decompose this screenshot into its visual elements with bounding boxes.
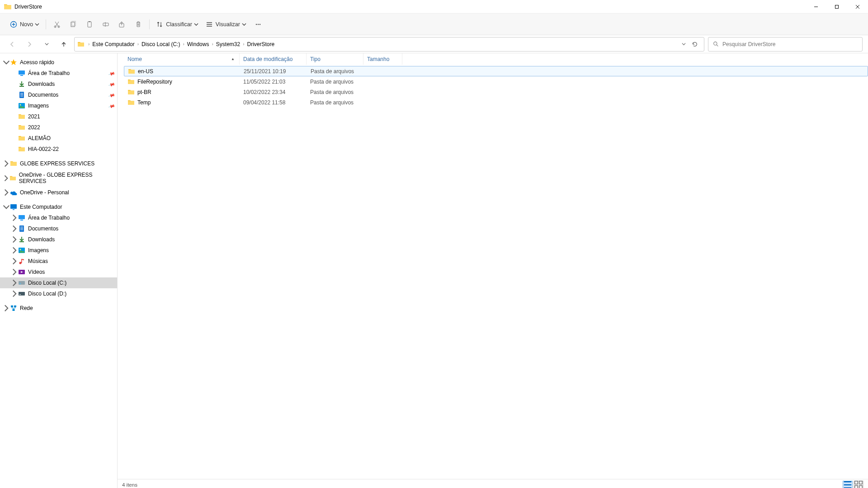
column-name[interactable]: Nome▲ bbox=[124, 53, 240, 65]
svg-rect-35 bbox=[859, 481, 863, 484]
sidebar-item[interactable]: Documentos📌 bbox=[0, 89, 117, 100]
maximize-button[interactable] bbox=[826, 0, 847, 14]
breadcrumb[interactable]: Este Computador bbox=[91, 41, 135, 47]
sidebar-label: Downloads bbox=[28, 236, 55, 243]
sidebar-item[interactable]: Downloads📌 bbox=[0, 79, 117, 89]
doc-icon bbox=[18, 225, 25, 232]
delete-button[interactable] bbox=[130, 17, 146, 32]
sort-label: Classificar bbox=[166, 21, 192, 28]
refresh-button[interactable] bbox=[689, 38, 701, 51]
music-icon bbox=[18, 258, 25, 265]
sidebar-item[interactable]: 2022 bbox=[0, 122, 117, 133]
sidebar-label: 2021 bbox=[28, 113, 40, 120]
sidebar-label: Disco Local (C:) bbox=[28, 280, 66, 286]
table-row[interactable]: FileRepository11/05/2022 21:03Pasta de a… bbox=[124, 76, 868, 87]
folder-icon bbox=[77, 41, 85, 48]
sidebar-item-onedrive-globe[interactable]: OneDrive - GLOBE EXPRESS SERVICES bbox=[0, 173, 117, 183]
table-row[interactable]: pt-BR10/02/2022 23:34Pasta de arquivos bbox=[124, 87, 868, 97]
sidebar-label: Músicas bbox=[28, 258, 48, 264]
sidebar-item[interactable]: 2021 bbox=[0, 111, 117, 122]
recent-locations-button[interactable] bbox=[40, 38, 53, 51]
sidebar-item[interactable]: Imagens bbox=[0, 245, 117, 256]
sidebar-item-onedrive-personal[interactable]: OneDrive - Personal bbox=[0, 187, 117, 198]
copy-button[interactable] bbox=[65, 17, 81, 32]
paste-button[interactable] bbox=[81, 17, 98, 32]
sidebar-item[interactable]: Downloads bbox=[0, 234, 117, 245]
chevron-down-icon[interactable] bbox=[682, 42, 686, 46]
table-row[interactable]: Temp09/04/2022 11:58Pasta de arquivos bbox=[124, 97, 868, 108]
sidebar-label: OneDrive - Personal bbox=[20, 189, 69, 196]
sidebar-item[interactable]: Imagens📌 bbox=[0, 100, 117, 111]
sidebar-item[interactable]: HIA-0022-22 bbox=[0, 144, 117, 155]
sidebar-item[interactable]: Área de Trabalho bbox=[0, 212, 117, 223]
share-button[interactable] bbox=[114, 17, 130, 32]
pin-icon: 📌 bbox=[108, 102, 115, 109]
svg-rect-28 bbox=[103, 23, 108, 26]
breadcrumb[interactable]: System32 bbox=[215, 41, 241, 47]
breadcrumb[interactable]: DriverStore bbox=[246, 41, 276, 47]
file-type: Pasta de arquivos bbox=[307, 68, 364, 75]
minimize-button[interactable] bbox=[806, 0, 826, 14]
disk-icon bbox=[18, 279, 25, 286]
search-box[interactable] bbox=[708, 37, 863, 52]
sidebar-item[interactable]: Disco Local (D:) bbox=[0, 288, 117, 299]
cut-button[interactable] bbox=[49, 17, 65, 32]
sidebar-label: OneDrive - GLOBE EXPRESS SERVICES bbox=[19, 172, 114, 184]
download-icon bbox=[18, 80, 25, 88]
folder-icon bbox=[127, 89, 135, 96]
folder-icon bbox=[9, 174, 16, 182]
column-modified[interactable]: Data de modificação bbox=[240, 53, 307, 65]
breadcrumb[interactable]: Windows bbox=[186, 41, 210, 47]
rename-button[interactable] bbox=[98, 17, 114, 32]
up-button[interactable] bbox=[57, 38, 71, 51]
navigation-pane[interactable]: Acesso rápido Área de Trabalho📌Downloads… bbox=[0, 53, 118, 488]
close-button[interactable] bbox=[847, 0, 868, 14]
pin-icon: 📌 bbox=[108, 70, 115, 77]
sidebar-item-network[interactable]: Rede bbox=[0, 303, 117, 314]
back-button[interactable] bbox=[5, 38, 19, 51]
svg-point-32 bbox=[259, 23, 260, 24]
file-name: FileRepository bbox=[137, 79, 172, 85]
sidebar-item-globe[interactable]: GLOBE EXPRESS SERVICES bbox=[0, 158, 117, 169]
cloud-icon bbox=[10, 189, 17, 196]
file-rows: en-US25/11/2021 10:19Pasta de arquivosFi… bbox=[118, 65, 868, 479]
large-icons-view-button[interactable] bbox=[854, 481, 863, 488]
svg-rect-34 bbox=[855, 481, 858, 484]
more-button[interactable] bbox=[250, 17, 266, 32]
sidebar-item[interactable]: Documentos bbox=[0, 223, 117, 234]
file-list-pane: Nome▲ Data de modificação Tipo Tamanho e… bbox=[118, 53, 868, 488]
forward-button[interactable] bbox=[23, 38, 36, 51]
folder-icon bbox=[127, 99, 135, 106]
sidebar-label: Documentos bbox=[28, 92, 58, 98]
svg-rect-26 bbox=[88, 22, 91, 27]
file-type: Pasta de arquivos bbox=[307, 89, 363, 95]
sidebar-item-this-pc[interactable]: Este Computador bbox=[0, 202, 117, 212]
column-type[interactable]: Tipo bbox=[307, 53, 363, 65]
file-name: Temp bbox=[137, 99, 151, 106]
svg-point-23 bbox=[58, 26, 60, 28]
sidebar-item-quick-access[interactable]: Acesso rápido bbox=[0, 57, 117, 68]
sidebar-label: Área de Trabalho bbox=[28, 215, 70, 221]
pin-icon: 📌 bbox=[108, 80, 115, 88]
column-size[interactable]: Tamanho bbox=[363, 53, 402, 65]
sort-button[interactable]: Classificar bbox=[152, 17, 202, 32]
status-bar: 4 itens bbox=[118, 479, 868, 488]
folder-icon bbox=[127, 78, 135, 85]
sidebar-item[interactable]: Disco Local (C:) bbox=[0, 277, 117, 288]
new-button[interactable]: Novo bbox=[6, 17, 43, 32]
search-input[interactable] bbox=[722, 41, 858, 47]
svg-rect-37 bbox=[859, 485, 863, 488]
sidebar-label: Documentos bbox=[28, 225, 58, 232]
details-view-button[interactable] bbox=[843, 481, 853, 488]
address-bar[interactable]: › Este Computador› Disco Local (C:)› Win… bbox=[74, 37, 704, 52]
table-row[interactable]: en-US25/11/2021 10:19Pasta de arquivos bbox=[124, 66, 868, 76]
sidebar-item[interactable]: ALEMÃO bbox=[0, 133, 117, 144]
breadcrumb[interactable]: Disco Local (C:) bbox=[141, 41, 181, 47]
sidebar-item[interactable]: Área de Trabalho📌 bbox=[0, 68, 117, 79]
sidebar-item[interactable]: Vídeos bbox=[0, 267, 117, 277]
new-label: Novo bbox=[20, 21, 33, 28]
sidebar-item[interactable]: Músicas bbox=[0, 256, 117, 267]
view-button[interactable]: Visualizar bbox=[202, 17, 250, 32]
pin-icon: 📌 bbox=[108, 91, 115, 99]
file-type: Pasta de arquivos bbox=[307, 99, 363, 106]
